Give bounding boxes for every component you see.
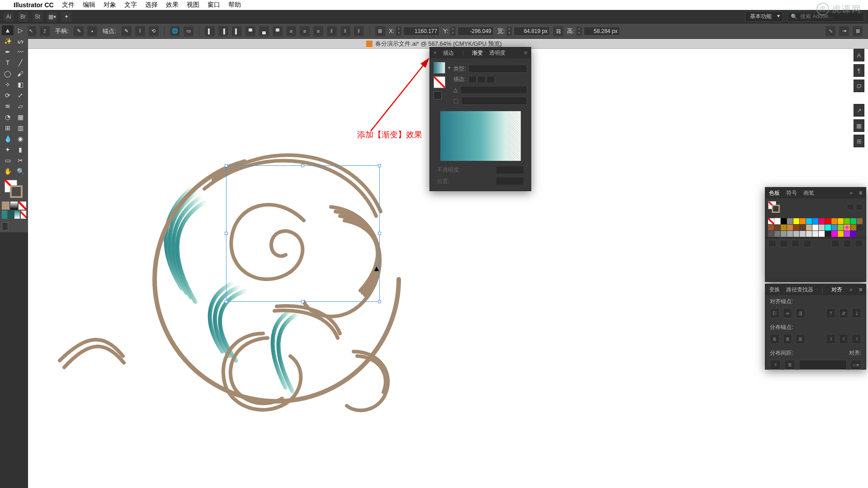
arrange-icon[interactable]: ▦▾ [47,12,57,22]
align-to-selector[interactable]: ▭▾ [850,360,861,370]
dist-top-icon[interactable]: ≣ [770,334,779,344]
grad-position-input[interactable] [496,178,524,185]
align-top-icon[interactable]: ⤒ [826,308,835,318]
menu-edit[interactable]: 编辑 [83,1,95,9]
x-stepper[interactable]: ▲▼ [396,27,401,36]
menu-select[interactable]: 选择 [145,1,158,9]
dist-h2-icon[interactable]: ≡ [300,26,310,36]
align-r-icon[interactable]: ▌ [232,26,242,36]
collapsed-glyph-icon[interactable]: O [854,80,864,92]
workspace-switcher[interactable]: 基本功能 [745,11,783,22]
dist-v1-icon[interactable]: ⦀ [327,26,337,36]
gradient-tool[interactable]: ▥ [14,123,26,133]
tab-transparency[interactable]: 透明度 [489,49,505,57]
tab-stroke[interactable]: 描边 [443,49,454,57]
dist-vspace-icon[interactable]: ⦀ [770,360,781,370]
shaper-tool[interactable]: ✧ [2,80,14,89]
bounds-icon[interactable]: ▭ [184,26,193,36]
perspective-tool[interactable]: ▦ [14,112,26,122]
rotate-tool[interactable]: ⟳ [2,90,14,100]
dist-bottom-icon[interactable]: ≣ [796,334,805,344]
align-menu-icon[interactable]: ≡ [859,286,862,293]
tab-symbols[interactable]: 符号 [786,189,797,197]
menu-view[interactable]: 视图 [187,1,199,9]
gradient-swatch[interactable] [434,62,445,74]
align-c-icon[interactable]: ▐ [218,26,228,36]
collapsed-export-icon[interactable]: ↗ [854,104,864,117]
collapsed-asset-icon[interactable]: ▦ [854,119,864,132]
tab-swatches[interactable]: 色板 [769,189,780,197]
eraser-tool[interactable]: ◧ [14,80,26,89]
menu-window[interactable]: 窗口 [208,1,220,9]
isolate-icon[interactable]: ⤡ [826,26,835,36]
sw-lib-icon[interactable] [768,240,776,247]
list-view-icon[interactable] [847,204,854,210]
tab-brushes[interactable]: 画笔 [803,189,814,197]
y-input[interactable] [458,27,494,36]
w-stepper[interactable]: ▲▼ [506,27,512,36]
sw-menu-icon[interactable] [780,240,788,247]
graph-tool[interactable]: ▮ [14,145,26,155]
color-mode-gradient[interactable] [10,202,18,210]
selection-tool[interactable]: ▲ [2,25,14,35]
zoom-tool[interactable]: 🔍 [14,166,26,176]
menu-object[interactable]: 对象 [104,1,116,9]
app-icon[interactable]: Ai [4,12,14,22]
tab-gradient[interactable]: 渐变 [472,49,483,57]
dist-v2-icon[interactable]: ⦀ [340,26,350,36]
direct-selection-tool[interactable]: ▷ [14,25,26,35]
gradient-reverse-icon[interactable] [434,91,442,99]
dist-left-icon[interactable]: ⦀ [826,334,835,344]
dist-hcenter-icon[interactable]: ⦀ [839,334,849,344]
tab-transform[interactable]: 变换 [769,286,780,294]
width-tool[interactable]: ≋ [2,101,14,111]
gpu-icon[interactable]: ✦ [61,12,71,22]
hand-tool[interactable]: ✋ [2,166,14,176]
scale-tool[interactable]: ⤢ [14,90,26,100]
paintbrush-tool[interactable]: 🖌 [14,69,26,79]
dist-vcenter-icon[interactable]: ≣ [783,334,793,344]
x-input[interactable] [403,27,439,36]
handle-icon-1[interactable]: ✎ [74,26,84,36]
free-transform-tool[interactable]: ▱ [14,101,26,111]
align-right-icon[interactable]: ⇶ [796,308,805,318]
align-t-icon[interactable]: ▀ [245,26,255,36]
dist-h3-icon[interactable]: ≡ [313,26,323,36]
align-hcenter-icon[interactable]: ⇹ [783,308,793,318]
anchor-icon-1[interactable]: ✎ [122,26,132,36]
shape-builder-tool[interactable]: ◔ [2,112,14,122]
collapsed-para-icon[interactable]: ¶ [854,64,864,77]
globe-icon[interactable]: 🌐 [170,26,180,36]
tab-align[interactable]: 对齐 [831,286,842,294]
anchor-icon-2[interactable]: ⌇ [135,26,145,36]
mesh-tool[interactable]: ⊞ [2,123,14,133]
edit-icon[interactable]: ⇥ [839,26,849,36]
blend-tool[interactable]: ◉ [14,134,26,144]
artboard-tool[interactable]: ▭ [2,155,14,165]
eyedropper-tool[interactable]: 💧 [2,134,14,144]
color-mode-solid[interactable] [2,202,9,210]
collapsed-char-icon[interactable]: A [854,49,864,61]
menu-file[interactable]: 文件 [62,1,75,9]
dist-hspace-icon[interactable]: ≣ [784,360,795,370]
handle-icon-2[interactable]: ▪ [87,26,97,36]
dist-spacing-input[interactable] [799,360,847,370]
pen-tool[interactable]: ✒ [2,47,14,57]
gradient-preview[interactable] [440,111,521,161]
sw-new-icon[interactable] [843,240,851,247]
anchor-icon-3[interactable]: ⟲ [149,26,159,36]
selection-box[interactable] [226,165,380,302]
dist-h1-icon[interactable]: ≡ [286,26,296,36]
align-m-icon[interactable]: ▄ [259,26,269,36]
slice-tool[interactable]: ✂ [14,155,26,165]
align-expand-icon[interactable]: » [849,286,853,293]
ellipse-tool[interactable]: ◯ [2,69,14,79]
stroke-box[interactable] [10,185,23,198]
line-tool[interactable]: ╱ [14,58,26,68]
y-stepper[interactable]: ▲▼ [450,27,456,36]
grad-angle-input[interactable] [460,86,527,94]
align-l-icon[interactable]: ▌ [205,26,215,36]
app-name[interactable]: Illustrator CC [14,1,54,9]
gradient-none-swatch[interactable] [434,76,445,88]
curvature-tool[interactable]: 〰 [14,47,26,57]
